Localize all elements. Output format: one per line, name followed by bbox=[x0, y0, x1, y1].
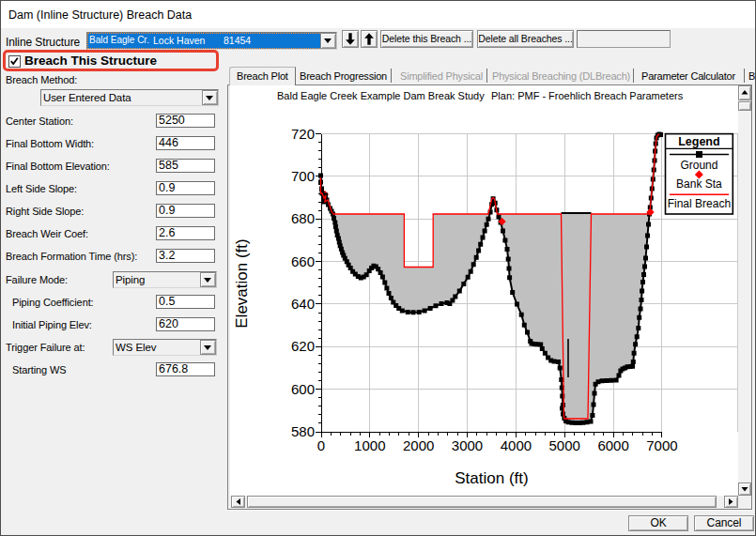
svg-text:5000: 5000 bbox=[549, 437, 580, 453]
svg-text:600: 600 bbox=[291, 381, 315, 397]
svg-text:580: 580 bbox=[291, 423, 315, 439]
svg-text:660: 660 bbox=[291, 253, 315, 269]
svg-text:7000: 7000 bbox=[646, 437, 677, 453]
svg-text:Final Breach: Final Breach bbox=[668, 197, 731, 210]
svg-text:Legend: Legend bbox=[678, 135, 719, 148]
svg-text:2000: 2000 bbox=[403, 437, 434, 453]
svg-text:6000: 6000 bbox=[597, 437, 628, 453]
svg-text:Station (ft): Station (ft) bbox=[455, 469, 528, 487]
svg-text:620: 620 bbox=[291, 338, 315, 354]
svg-text:Bald Eagle Creek Example Dam B: Bald Eagle Creek Example Dam Break Study bbox=[277, 90, 485, 101]
svg-text:0: 0 bbox=[317, 437, 325, 453]
svg-text:700: 700 bbox=[291, 168, 315, 184]
svg-text:680: 680 bbox=[291, 210, 315, 226]
svg-text:1000: 1000 bbox=[354, 437, 385, 453]
svg-text:640: 640 bbox=[291, 296, 315, 312]
svg-text:720: 720 bbox=[291, 126, 315, 142]
svg-text:Elevation (ft): Elevation (ft) bbox=[233, 238, 251, 328]
svg-text:3000: 3000 bbox=[452, 437, 483, 453]
svg-text:Bank Sta: Bank Sta bbox=[676, 177, 722, 191]
svg-text:Plan: PMF - Froehlich Breach P: Plan: PMF - Froehlich Breach Parameters bbox=[491, 90, 684, 101]
svg-text:4000: 4000 bbox=[501, 437, 532, 453]
svg-text:Ground: Ground bbox=[680, 159, 717, 172]
